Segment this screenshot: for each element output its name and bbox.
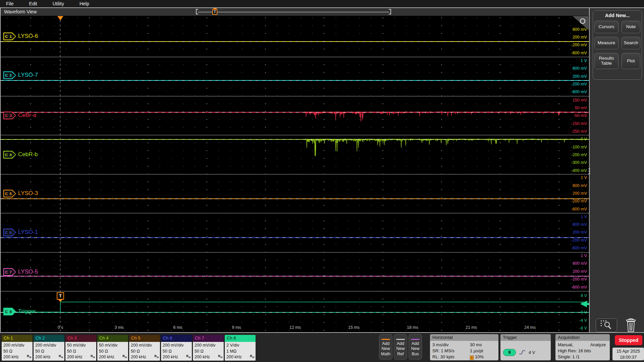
add-new-search-button[interactable]: Search bbox=[622, 37, 640, 49]
channel-badge-3[interactable]: Ch 350 mV/div50 Ω200 kHzBw bbox=[65, 335, 97, 361]
time-axis-label: 0 s bbox=[49, 325, 72, 330]
channel-badge-6[interactable]: Ch 6200 mV/div50 Ω200 kHzBw bbox=[161, 335, 192, 361]
horizontal-title: Horizontal bbox=[430, 334, 498, 341]
bandwidth-icon: Bw bbox=[218, 353, 222, 360]
channel-label-lyso-6[interactable]: LYSO-6 bbox=[18, 33, 38, 40]
add-btn-line: Add bbox=[379, 341, 392, 347]
add-new-plot-button[interactable]: Plot bbox=[622, 53, 640, 69]
channel-tag-text: C 1 bbox=[4, 33, 15, 40]
bandwidth-icon: Bw bbox=[27, 353, 31, 360]
add-new-results-table-button[interactable]: Results Table bbox=[594, 53, 619, 69]
trigger-level: 4 V bbox=[529, 350, 535, 355]
trigger-position-line[interactable] bbox=[60, 16, 60, 332]
channel-label-cebr-b[interactable]: CebR-b bbox=[18, 151, 38, 158]
accent-line bbox=[396, 339, 405, 340]
bandwidth-icon: Bw bbox=[122, 353, 127, 360]
trigger-body: 8 4 V bbox=[500, 341, 551, 360]
waveform-grid[interactable]: C 1LYSO-6600 mV200 mV-200 mV-600 mVC 2LY… bbox=[1, 16, 589, 332]
panel-drag-handle[interactable]: ••• bbox=[588, 168, 590, 175]
channel-badge-1[interactable]: Ch 1200 mV/div50 Ω200 kHzBw bbox=[1, 335, 33, 361]
channel-baseline-dashes bbox=[1, 198, 589, 199]
scale-label: 200 mV bbox=[573, 230, 587, 235]
channel-label-cebr-a[interactable]: CeBr-a bbox=[18, 112, 36, 119]
add-new-measure-button[interactable]: Measure bbox=[594, 37, 619, 49]
zoom-select-button[interactable] bbox=[596, 318, 617, 332]
scale-label: 200 mV bbox=[573, 74, 587, 79]
add-new-group: Add New... CursorsNoteMeasureSearchResul… bbox=[593, 10, 642, 80]
scale-label: 4 V bbox=[581, 301, 587, 306]
channel-tag-c2[interactable]: C 2 bbox=[3, 71, 16, 79]
trigger-position-marker-icon[interactable] bbox=[57, 16, 63, 20]
trigger-panel[interactable]: Trigger 8 4 V bbox=[500, 334, 551, 360]
scale-label: -400 mV bbox=[571, 168, 587, 173]
scale-label: -600 mV bbox=[571, 285, 587, 290]
channel-tag-c1[interactable]: C 1 bbox=[3, 33, 16, 40]
channel-label-lyso-1[interactable]: LYSO-1 bbox=[18, 229, 38, 236]
zoom-select-icon bbox=[598, 319, 615, 330]
run-stop-status-button[interactable]: Stopped bbox=[615, 335, 642, 345]
scale-label: 1 V bbox=[581, 215, 587, 219]
add-btn-line: New bbox=[379, 346, 392, 352]
add-new-buttons: CursorsNoteMeasureSearchResults TablePlo… bbox=[593, 21, 642, 69]
minimap-trigger-marker[interactable]: T bbox=[212, 9, 217, 15]
channel-tag-c3[interactable]: C 3 bbox=[3, 112, 16, 119]
scale-label: -100 mV bbox=[571, 145, 587, 149]
channel-badge-2[interactable]: Ch 2200 mV/div50 Ω200 kHzBw bbox=[33, 335, 65, 361]
channel-tag-c5[interactable]: C 5 bbox=[3, 190, 16, 197]
trash-glyph bbox=[625, 318, 637, 333]
channel-badge-5[interactable]: Ch 5200 mV/div50 Ω200 kHzBw bbox=[129, 335, 160, 361]
channel-tag-c4[interactable]: C 4 bbox=[3, 151, 16, 159]
horizontal-position-minimap[interactable]: T bbox=[196, 8, 391, 15]
channel-tag-c8[interactable]: C 8 bbox=[3, 308, 16, 315]
channel-baseline-dashes bbox=[1, 112, 589, 113]
channel-tag-c6[interactable]: C 6 bbox=[3, 229, 16, 236]
horizontal-body: 3 ms/div30 msSR: 1 MS/s1 µs/ptRL: 30 kpt… bbox=[430, 341, 498, 360]
add-new-ref-button[interactable]: AddNewRef bbox=[394, 334, 407, 360]
horizontal-row: RL: 30 kptsT10% bbox=[432, 354, 498, 360]
channel-tag-c7[interactable]: C 7 bbox=[3, 268, 16, 276]
menu-item-file[interactable]: File bbox=[6, 1, 14, 6]
horizontal-panel[interactable]: Horizontal 3 ms/div30 msSR: 1 MS/s1 µs/p… bbox=[430, 334, 498, 360]
time-axis-label: 12 ms bbox=[283, 325, 307, 330]
scale-label: 1 V bbox=[581, 253, 587, 258]
channel-setting: 50 mV/div bbox=[99, 343, 128, 349]
time-axis-label: 6 ms bbox=[166, 325, 190, 330]
scale-label: 0 V bbox=[581, 310, 587, 315]
scale-label: 600 mV bbox=[573, 183, 587, 188]
add-new-note-button[interactable]: Note bbox=[622, 21, 640, 33]
channel-badge-4[interactable]: Ch 450 mV/div50 Ω200 kHzBw bbox=[97, 335, 128, 361]
channel-badge-settings: 200 mV/div50 Ω200 kHzBw bbox=[34, 342, 64, 361]
scale-label: -4 V bbox=[579, 318, 587, 323]
scale-label: 600 mV bbox=[573, 261, 587, 266]
add-btn-line: New bbox=[409, 346, 422, 352]
menu-item-utility[interactable]: Utility bbox=[53, 1, 64, 6]
channel-tag-text: C 3 bbox=[4, 112, 15, 119]
channel-badge-7[interactable]: Ch 7200 mV/div50 Ω200 kHzBw bbox=[193, 335, 224, 361]
channel-badge-settings: 200 mV/div50 Ω200 kHzBw bbox=[161, 342, 192, 361]
scale-label: -250 mV bbox=[571, 129, 587, 134]
channel-badge-header: Ch 3 bbox=[65, 335, 96, 342]
menu-item-help[interactable]: Help bbox=[79, 1, 89, 6]
channel-label-lyso-7[interactable]: LYSO-7 bbox=[18, 72, 38, 78]
channel-separator bbox=[1, 213, 589, 214]
trace-trigger bbox=[2, 302, 588, 312]
channel-label-trigger[interactable]: Trigger bbox=[18, 308, 36, 315]
trash-icon[interactable] bbox=[625, 318, 637, 333]
channel-tag-text: C 4 bbox=[4, 152, 15, 158]
channel-tag-text: C 7 bbox=[4, 269, 15, 275]
acquisition-panel[interactable]: Acquisition Manual, Analyze High Res: 16… bbox=[555, 334, 610, 360]
channel-label-lyso-3[interactable]: LYSO-3 bbox=[18, 190, 38, 197]
channel-label-lyso-5[interactable]: LYSO-5 bbox=[18, 268, 38, 275]
bottom-bar: Horizontal 3 ms/div30 msSR: 1 MS/s1 µs/p… bbox=[0, 333, 644, 362]
channel-badge-8[interactable]: Ch 82 V/div1 MΩ200 kHzBw bbox=[224, 335, 256, 361]
scale-label: 600 mV bbox=[573, 27, 587, 32]
add-new-cursors-button[interactable]: Cursors bbox=[594, 21, 619, 33]
trigger-point-badge[interactable]: T bbox=[57, 292, 64, 300]
add-new-math-button[interactable]: AddNewMath bbox=[379, 334, 392, 360]
channel-badge-settings: 200 mV/div50 Ω200 kHzBw bbox=[129, 342, 160, 361]
scale-label: 150 mV bbox=[573, 98, 587, 103]
add-new-bus-button[interactable]: AddNewBus bbox=[409, 334, 422, 360]
menu-item-edit[interactable]: Edit bbox=[29, 1, 37, 6]
scale-label: -200 mV bbox=[571, 153, 587, 157]
acquisition-single: Single: 1 /1 bbox=[558, 354, 610, 360]
